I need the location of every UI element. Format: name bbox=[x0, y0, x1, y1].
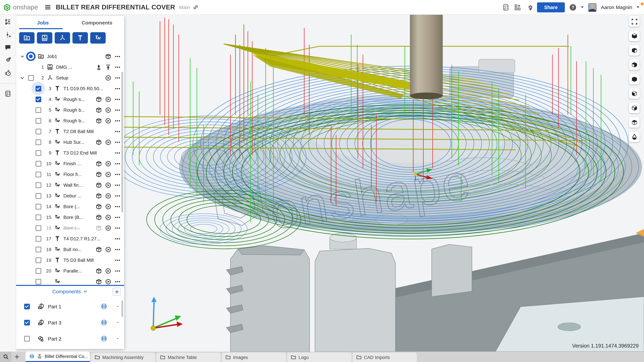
tab-jobs[interactable]: Jobs bbox=[16, 16, 70, 29]
play-icon[interactable] bbox=[103, 276, 113, 285]
jobs-tree-row[interactable] bbox=[16, 276, 124, 285]
simulate-icon[interactable] bbox=[94, 244, 103, 255]
visibility-checkbox[interactable] bbox=[33, 83, 43, 94]
jobs-tree-row[interactable]: Job1 bbox=[16, 51, 124, 62]
jobs-tree-row[interactable]: 20Paralle... bbox=[16, 266, 124, 276]
menu-icon[interactable] bbox=[113, 180, 122, 190]
simulate-icon[interactable] bbox=[94, 276, 103, 285]
simulate-icon[interactable] bbox=[94, 94, 103, 105]
followed-checklist-icon[interactable] bbox=[5, 90, 11, 97]
app-store-icon[interactable] bbox=[514, 4, 521, 10]
simulate-icon[interactable] bbox=[94, 190, 103, 201]
jobs-tree-row[interactable]: 9T3 D12 End Mill bbox=[16, 147, 124, 158]
jobs-tree-row[interactable]: 5Rough b... bbox=[16, 105, 124, 115]
simulate-icon[interactable] bbox=[94, 201, 103, 212]
upload-top-icon[interactable] bbox=[103, 62, 113, 72]
visibility-checkbox[interactable] bbox=[33, 233, 43, 244]
visibility-checkbox[interactable] bbox=[33, 147, 43, 158]
user-caret-icon[interactable] bbox=[636, 6, 639, 8]
menu-icon[interactable] bbox=[113, 94, 122, 105]
view-cube-4-button[interactable] bbox=[629, 74, 640, 84]
components-header-label[interactable]: Components bbox=[52, 289, 81, 294]
jobs-tree-row[interactable]: 3T1 D19.05 R0.50... bbox=[16, 83, 124, 94]
play-icon[interactable] bbox=[103, 266, 113, 276]
section-view-button[interactable] bbox=[629, 131, 640, 142]
visibility-checkbox[interactable] bbox=[33, 137, 43, 147]
visibility-checkbox[interactable] bbox=[33, 158, 43, 169]
component-row[interactable]: Part 2 bbox=[16, 331, 124, 347]
components-scrollbar[interactable] bbox=[122, 300, 123, 317]
simulate-icon[interactable] bbox=[94, 266, 103, 276]
workspace-name[interactable]: Main bbox=[179, 4, 190, 10]
jobs-tree-row[interactable]: 15Bore (B... bbox=[16, 212, 124, 223]
instance-icon[interactable] bbox=[100, 319, 107, 326]
document-tab[interactable]: Images bbox=[222, 353, 286, 362]
jobs-tree-row[interactable]: 2Setup bbox=[16, 72, 124, 83]
menu-dot-icon[interactable] bbox=[116, 305, 120, 308]
jobs-tree-row[interactable]: 18Bull no... bbox=[16, 244, 124, 255]
menu-icon[interactable] bbox=[113, 244, 122, 255]
simulate-icon[interactable] bbox=[94, 137, 103, 147]
menu-dot-icon[interactable] bbox=[116, 321, 120, 324]
menu-icon[interactable] bbox=[113, 147, 122, 158]
view-cube-6-button[interactable] bbox=[629, 103, 640, 113]
play-icon[interactable] bbox=[103, 190, 113, 201]
component-row[interactable]: Part 3 bbox=[16, 314, 124, 331]
view-cube-3-button[interactable] bbox=[629, 59, 640, 70]
menu-icon[interactable] bbox=[113, 51, 122, 62]
simulate-icon[interactable] bbox=[94, 180, 103, 190]
menu-icon[interactable] bbox=[113, 212, 122, 223]
simulate-icon[interactable] bbox=[103, 51, 113, 62]
chevron-down-icon[interactable] bbox=[18, 51, 26, 62]
visibility-checkbox[interactable] bbox=[33, 266, 43, 276]
visibility-checkbox[interactable] bbox=[33, 201, 43, 212]
jobs-tree-row[interactable]: 7T2 D8 Ball Mill bbox=[16, 126, 124, 137]
visibility-checkbox[interactable] bbox=[33, 255, 43, 266]
play-icon[interactable] bbox=[103, 169, 113, 180]
visibility-checkbox[interactable] bbox=[33, 276, 43, 285]
instance-icon[interactable] bbox=[100, 303, 107, 310]
component-row[interactable]: Part 1 bbox=[16, 298, 124, 314]
document-tab[interactable]: Logo bbox=[287, 353, 352, 362]
play-icon[interactable] bbox=[103, 115, 113, 126]
visibility-checkbox[interactable] bbox=[26, 72, 36, 83]
hamburger-menu-icon[interactable] bbox=[45, 4, 51, 10]
tasks-checklist-icon[interactable] bbox=[502, 4, 509, 10]
visibility-checkbox[interactable] bbox=[33, 115, 43, 126]
comments-icon[interactable] bbox=[5, 44, 11, 51]
play-icon[interactable] bbox=[103, 72, 113, 83]
help-icon[interactable]: ? bbox=[569, 3, 576, 11]
play-icon[interactable] bbox=[103, 244, 113, 255]
document-tab[interactable]: Machine Table bbox=[156, 353, 221, 362]
toolbar-machine-button[interactable] bbox=[37, 32, 52, 43]
menu-icon[interactable] bbox=[113, 126, 122, 137]
jobs-tree-row[interactable]: 10Finish ... bbox=[16, 158, 124, 169]
jobs-tree-row[interactable]: 12Wall fin... bbox=[16, 180, 124, 190]
jobs-tree-row[interactable]: 13Debur ... bbox=[16, 190, 124, 201]
simulate-icon[interactable] bbox=[94, 105, 103, 115]
menu-icon[interactable] bbox=[113, 72, 122, 83]
play-icon[interactable] bbox=[103, 105, 113, 115]
menu-icon[interactable] bbox=[113, 105, 122, 115]
post-upload-icon[interactable] bbox=[94, 62, 103, 72]
create-version-icon[interactable] bbox=[5, 31, 11, 38]
visibility-checkbox[interactable] bbox=[22, 333, 32, 344]
menu-icon[interactable] bbox=[113, 190, 122, 201]
play-icon[interactable] bbox=[103, 180, 113, 190]
jobs-tree-row[interactable]: 6Rough b... bbox=[16, 115, 124, 126]
menu-icon[interactable] bbox=[113, 233, 122, 244]
play-icon[interactable] bbox=[103, 137, 113, 147]
visibility-checkbox[interactable] bbox=[33, 180, 43, 190]
jobs-tree-row[interactable]: 8Hub Sur... bbox=[16, 137, 124, 147]
chevron-down-icon[interactable] bbox=[18, 72, 26, 83]
play-icon[interactable] bbox=[103, 212, 113, 223]
simulate-icon[interactable] bbox=[94, 158, 103, 169]
new-tab-button[interactable] bbox=[12, 352, 22, 362]
model-help-icon[interactable]: ? bbox=[5, 57, 11, 63]
visibility-checkbox[interactable] bbox=[33, 126, 43, 137]
zoom-to-fit-button[interactable] bbox=[629, 16, 640, 27]
simulate-icon[interactable] bbox=[94, 223, 103, 233]
document-tab[interactable]: CAD Imports bbox=[352, 353, 417, 362]
menu-icon[interactable] bbox=[113, 266, 122, 276]
toolbar-setup-button[interactable] bbox=[55, 32, 70, 43]
